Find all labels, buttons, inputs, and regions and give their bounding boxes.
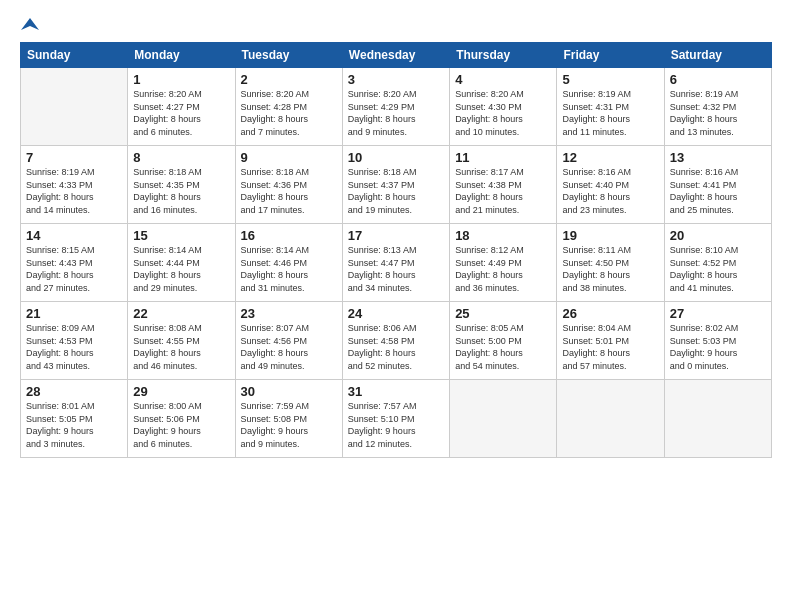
calendar-day-cell: 1Sunrise: 8:20 AM Sunset: 4:27 PM Daylig… <box>128 68 235 146</box>
calendar-day-cell: 26Sunrise: 8:04 AM Sunset: 5:01 PM Dayli… <box>557 302 664 380</box>
day-number: 6 <box>670 72 766 87</box>
day-info: Sunrise: 8:17 AM Sunset: 4:38 PM Dayligh… <box>455 166 551 216</box>
day-number: 22 <box>133 306 229 321</box>
calendar-day-cell: 23Sunrise: 8:07 AM Sunset: 4:56 PM Dayli… <box>235 302 342 380</box>
day-info: Sunrise: 8:19 AM Sunset: 4:31 PM Dayligh… <box>562 88 658 138</box>
day-of-week-header: Tuesday <box>235 43 342 68</box>
day-number: 7 <box>26 150 122 165</box>
day-number: 12 <box>562 150 658 165</box>
calendar-day-cell: 22Sunrise: 8:08 AM Sunset: 4:55 PM Dayli… <box>128 302 235 380</box>
day-number: 8 <box>133 150 229 165</box>
calendar-day-cell: 17Sunrise: 8:13 AM Sunset: 4:47 PM Dayli… <box>342 224 449 302</box>
day-number: 28 <box>26 384 122 399</box>
calendar-day-cell: 3Sunrise: 8:20 AM Sunset: 4:29 PM Daylig… <box>342 68 449 146</box>
day-number: 13 <box>670 150 766 165</box>
day-info: Sunrise: 8:05 AM Sunset: 5:00 PM Dayligh… <box>455 322 551 372</box>
logo-bird-icon <box>21 16 39 34</box>
calendar-day-cell <box>557 380 664 458</box>
day-info: Sunrise: 8:06 AM Sunset: 4:58 PM Dayligh… <box>348 322 444 372</box>
day-info: Sunrise: 8:19 AM Sunset: 4:33 PM Dayligh… <box>26 166 122 216</box>
day-info: Sunrise: 8:19 AM Sunset: 4:32 PM Dayligh… <box>670 88 766 138</box>
calendar-day-cell: 19Sunrise: 8:11 AM Sunset: 4:50 PM Dayli… <box>557 224 664 302</box>
day-info: Sunrise: 8:16 AM Sunset: 4:41 PM Dayligh… <box>670 166 766 216</box>
day-info: Sunrise: 8:13 AM Sunset: 4:47 PM Dayligh… <box>348 244 444 294</box>
calendar-day-cell: 13Sunrise: 8:16 AM Sunset: 4:41 PM Dayli… <box>664 146 771 224</box>
calendar-day-cell: 25Sunrise: 8:05 AM Sunset: 5:00 PM Dayli… <box>450 302 557 380</box>
day-number: 18 <box>455 228 551 243</box>
calendar-week-row: 1Sunrise: 8:20 AM Sunset: 4:27 PM Daylig… <box>21 68 772 146</box>
day-number: 21 <box>26 306 122 321</box>
calendar-day-cell: 18Sunrise: 8:12 AM Sunset: 4:49 PM Dayli… <box>450 224 557 302</box>
calendar-day-cell: 14Sunrise: 8:15 AM Sunset: 4:43 PM Dayli… <box>21 224 128 302</box>
calendar-table: SundayMondayTuesdayWednesdayThursdayFrid… <box>20 42 772 458</box>
calendar-day-cell: 20Sunrise: 8:10 AM Sunset: 4:52 PM Dayli… <box>664 224 771 302</box>
calendar-week-row: 21Sunrise: 8:09 AM Sunset: 4:53 PM Dayli… <box>21 302 772 380</box>
day-number: 27 <box>670 306 766 321</box>
day-number: 20 <box>670 228 766 243</box>
calendar-week-row: 7Sunrise: 8:19 AM Sunset: 4:33 PM Daylig… <box>21 146 772 224</box>
calendar-day-cell: 30Sunrise: 7:59 AM Sunset: 5:08 PM Dayli… <box>235 380 342 458</box>
day-number: 25 <box>455 306 551 321</box>
day-number: 30 <box>241 384 337 399</box>
calendar-day-cell: 15Sunrise: 8:14 AM Sunset: 4:44 PM Dayli… <box>128 224 235 302</box>
calendar-day-cell: 9Sunrise: 8:18 AM Sunset: 4:36 PM Daylig… <box>235 146 342 224</box>
calendar-day-cell: 7Sunrise: 8:19 AM Sunset: 4:33 PM Daylig… <box>21 146 128 224</box>
day-info: Sunrise: 8:18 AM Sunset: 4:36 PM Dayligh… <box>241 166 337 216</box>
logo <box>20 16 40 34</box>
calendar-day-cell: 28Sunrise: 8:01 AM Sunset: 5:05 PM Dayli… <box>21 380 128 458</box>
calendar-day-cell: 6Sunrise: 8:19 AM Sunset: 4:32 PM Daylig… <box>664 68 771 146</box>
calendar-week-row: 14Sunrise: 8:15 AM Sunset: 4:43 PM Dayli… <box>21 224 772 302</box>
day-number: 1 <box>133 72 229 87</box>
day-number: 15 <box>133 228 229 243</box>
day-info: Sunrise: 8:09 AM Sunset: 4:53 PM Dayligh… <box>26 322 122 372</box>
day-number: 19 <box>562 228 658 243</box>
day-info: Sunrise: 8:20 AM Sunset: 4:27 PM Dayligh… <box>133 88 229 138</box>
day-number: 31 <box>348 384 444 399</box>
calendar-day-cell <box>450 380 557 458</box>
calendar-day-cell: 11Sunrise: 8:17 AM Sunset: 4:38 PM Dayli… <box>450 146 557 224</box>
day-of-week-header: Friday <box>557 43 664 68</box>
day-info: Sunrise: 8:20 AM Sunset: 4:30 PM Dayligh… <box>455 88 551 138</box>
day-of-week-header: Wednesday <box>342 43 449 68</box>
day-of-week-header: Saturday <box>664 43 771 68</box>
day-info: Sunrise: 8:12 AM Sunset: 4:49 PM Dayligh… <box>455 244 551 294</box>
calendar-day-cell: 10Sunrise: 8:18 AM Sunset: 4:37 PM Dayli… <box>342 146 449 224</box>
day-info: Sunrise: 8:15 AM Sunset: 4:43 PM Dayligh… <box>26 244 122 294</box>
day-number: 29 <box>133 384 229 399</box>
day-number: 17 <box>348 228 444 243</box>
page: SundayMondayTuesdayWednesdayThursdayFrid… <box>0 0 792 468</box>
day-of-week-header: Monday <box>128 43 235 68</box>
calendar-day-cell: 12Sunrise: 8:16 AM Sunset: 4:40 PM Dayli… <box>557 146 664 224</box>
day-of-week-header: Thursday <box>450 43 557 68</box>
day-info: Sunrise: 8:02 AM Sunset: 5:03 PM Dayligh… <box>670 322 766 372</box>
calendar-header-row: SundayMondayTuesdayWednesdayThursdayFrid… <box>21 43 772 68</box>
day-number: 16 <box>241 228 337 243</box>
calendar-day-cell: 5Sunrise: 8:19 AM Sunset: 4:31 PM Daylig… <box>557 68 664 146</box>
day-number: 3 <box>348 72 444 87</box>
calendar-day-cell: 2Sunrise: 8:20 AM Sunset: 4:28 PM Daylig… <box>235 68 342 146</box>
day-info: Sunrise: 8:18 AM Sunset: 4:35 PM Dayligh… <box>133 166 229 216</box>
day-info: Sunrise: 8:11 AM Sunset: 4:50 PM Dayligh… <box>562 244 658 294</box>
calendar-day-cell: 21Sunrise: 8:09 AM Sunset: 4:53 PM Dayli… <box>21 302 128 380</box>
svg-marker-0 <box>21 18 39 30</box>
calendar-week-row: 28Sunrise: 8:01 AM Sunset: 5:05 PM Dayli… <box>21 380 772 458</box>
day-info: Sunrise: 7:57 AM Sunset: 5:10 PM Dayligh… <box>348 400 444 450</box>
day-number: 23 <box>241 306 337 321</box>
day-info: Sunrise: 8:20 AM Sunset: 4:29 PM Dayligh… <box>348 88 444 138</box>
day-info: Sunrise: 8:10 AM Sunset: 4:52 PM Dayligh… <box>670 244 766 294</box>
calendar-day-cell: 27Sunrise: 8:02 AM Sunset: 5:03 PM Dayli… <box>664 302 771 380</box>
calendar-day-cell: 29Sunrise: 8:00 AM Sunset: 5:06 PM Dayli… <box>128 380 235 458</box>
day-of-week-header: Sunday <box>21 43 128 68</box>
day-info: Sunrise: 8:18 AM Sunset: 4:37 PM Dayligh… <box>348 166 444 216</box>
day-info: Sunrise: 8:04 AM Sunset: 5:01 PM Dayligh… <box>562 322 658 372</box>
day-info: Sunrise: 7:59 AM Sunset: 5:08 PM Dayligh… <box>241 400 337 450</box>
day-info: Sunrise: 8:08 AM Sunset: 4:55 PM Dayligh… <box>133 322 229 372</box>
calendar-day-cell <box>21 68 128 146</box>
calendar-day-cell: 31Sunrise: 7:57 AM Sunset: 5:10 PM Dayli… <box>342 380 449 458</box>
calendar-day-cell: 24Sunrise: 8:06 AM Sunset: 4:58 PM Dayli… <box>342 302 449 380</box>
calendar-body: 1Sunrise: 8:20 AM Sunset: 4:27 PM Daylig… <box>21 68 772 458</box>
calendar-day-cell: 16Sunrise: 8:14 AM Sunset: 4:46 PM Dayli… <box>235 224 342 302</box>
day-number: 14 <box>26 228 122 243</box>
calendar-day-cell <box>664 380 771 458</box>
calendar-day-cell: 4Sunrise: 8:20 AM Sunset: 4:30 PM Daylig… <box>450 68 557 146</box>
